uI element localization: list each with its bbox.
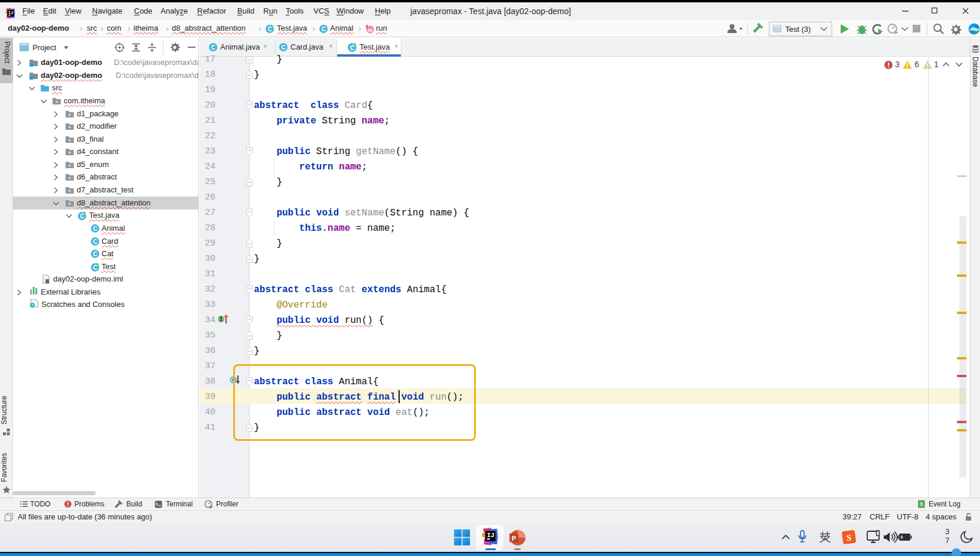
svg-text:P: P: [512, 535, 516, 542]
svg-text:C: C: [321, 26, 325, 32]
svg-text:m: m: [368, 27, 373, 33]
svg-text:Test (3): Test (3): [785, 25, 811, 34]
svg-text:IJ: IJ: [8, 11, 14, 15]
svg-text:IJ: IJ: [487, 532, 495, 539]
svg-text:3: 3: [920, 501, 923, 507]
svg-text:S: S: [847, 533, 851, 542]
